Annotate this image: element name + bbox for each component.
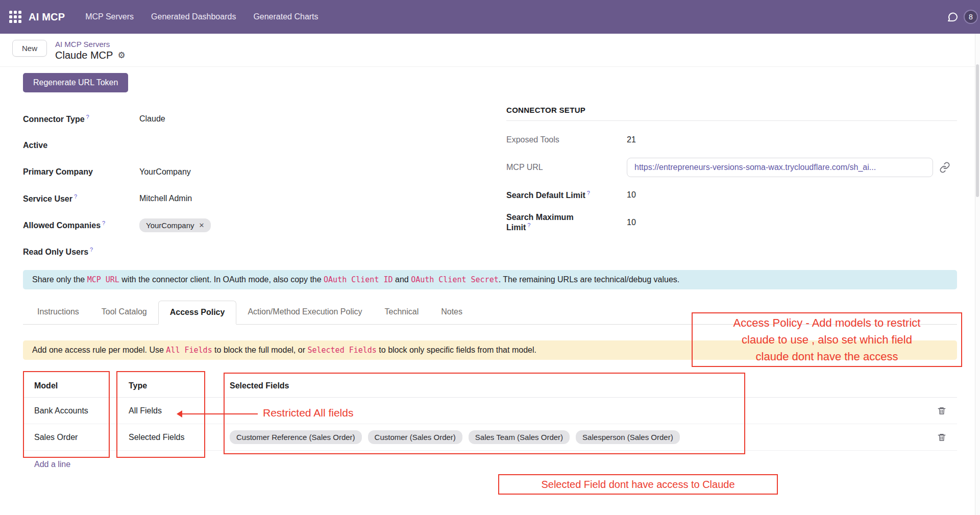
mcp-url-code: MCP URL (87, 275, 119, 284)
search-maximum-limit-label: Search Maximum Limit? (506, 213, 627, 232)
breadcrumb-stack: AI MCP Servers Claude MCP ⚙ (55, 40, 126, 61)
breadcrumb-current: Claude MCP (55, 50, 113, 61)
table-row[interactable]: Bank Accounts All Fields (23, 398, 957, 424)
allowed-company-tag-label: YourCompany (146, 221, 194, 230)
read-only-users-label: Read Only Users? (23, 247, 139, 257)
annotation-restricted-label: Restricted All fields (263, 407, 353, 419)
new-button[interactable]: New (12, 40, 47, 57)
help-icon[interactable]: ? (587, 190, 590, 196)
navbar-right: 8 (946, 10, 971, 24)
search-default-limit-label: Search Default Limit? (506, 190, 627, 200)
primary-company-label: Primary Company (23, 167, 139, 177)
column-header-selected-fields[interactable]: Selected Fields (224, 381, 745, 390)
app-title[interactable]: AI MCP (29, 11, 65, 23)
tab-access-policy[interactable]: Access Policy (158, 301, 237, 325)
top-navbar: AI MCP MCP Servers Generated Dashboards … (0, 0, 980, 34)
allowed-company-tag[interactable]: YourCompany ✕ (139, 218, 211, 232)
selected-fields-code: Selected Fields (307, 346, 376, 355)
active-label: Active (23, 141, 139, 150)
field-connector-type: Connector Type? Claude (23, 106, 506, 132)
field-search-maximum-limit: Search Maximum Limit? 10 (506, 207, 957, 238)
info-alert: Share only the MCP URL with the connecto… (23, 270, 957, 289)
delete-row-button[interactable] (926, 433, 957, 442)
tab-action-method-execution-policy[interactable]: Action/Method Execution Policy (236, 301, 373, 324)
cell-selected-fields[interactable]: Customer Reference (Sales Order) Custome… (224, 430, 745, 444)
cell-type[interactable]: Selected Fields (116, 433, 224, 442)
service-user-value[interactable]: Mitchell Admin (139, 194, 506, 203)
nav-mcp-servers[interactable]: MCP Servers (78, 7, 141, 27)
field-allowed-companies: Allowed Companies? YourCompany ✕ (23, 212, 506, 238)
field-active: Active (23, 132, 506, 159)
connector-setup-title: CONNECTOR SETUP (506, 106, 957, 121)
nav-generated-charts[interactable]: Generated Charts (246, 7, 325, 27)
tab-tool-catalog[interactable]: Tool Catalog (90, 301, 158, 324)
table-row[interactable]: Sales Order Selected Fields Customer Ref… (23, 424, 957, 451)
breadcrumb-parent-link[interactable]: AI MCP Servers (55, 40, 126, 48)
scrollbar-track[interactable] (975, 34, 980, 515)
mcp-url-label: MCP URL (506, 163, 627, 172)
add-a-line-link[interactable]: Add a line (34, 460, 70, 469)
field-mcp-url: MCP URL https://entrepreneurs-versions-s… (506, 152, 957, 183)
messages-icon[interactable] (946, 11, 959, 23)
help-icon[interactable]: ? (86, 114, 89, 120)
help-icon[interactable]: ? (74, 193, 77, 200)
selected-field-tag[interactable]: Customer Reference (Sales Order) (230, 430, 362, 444)
field-primary-company: Primary Company YourCompany (23, 159, 506, 185)
access-rules-table: Model Type Selected Fields Bank Accounts… (23, 374, 957, 451)
connector-setup-section: CONNECTOR SETUP Exposed Tools 21 MCP URL… (506, 106, 957, 265)
page: { "navbar": { "app_title": "AI MCP", "it… (0, 0, 980, 515)
search-default-limit-value[interactable]: 10 (627, 190, 957, 200)
field-read-only-users: Read Only Users? (23, 238, 506, 265)
column-header-model[interactable]: Model (23, 381, 116, 390)
annotation-arrow (182, 413, 258, 414)
scrollbar-thumb[interactable] (976, 64, 979, 197)
help-icon[interactable]: ? (527, 222, 530, 228)
remove-tag-icon[interactable]: ✕ (199, 222, 205, 229)
cell-model[interactable]: Bank Accounts (23, 406, 116, 415)
info-alert-text: Share only the (32, 275, 87, 284)
allowed-companies-label: Allowed Companies? (23, 220, 139, 230)
cell-model[interactable]: Sales Order (23, 433, 116, 442)
record-sheet: Regenerate URL Token Connector Type? Cla… (0, 67, 980, 469)
breadcrumb: New AI MCP Servers Claude MCP ⚙ (0, 34, 980, 67)
delete-row-button[interactable] (926, 406, 957, 415)
connector-type-label: Connector Type? (23, 114, 139, 124)
annotation-selected-field-note: Selected Field dont have access to Claud… (498, 474, 778, 495)
main-menu: MCP Servers Generated Dashboards Generat… (78, 7, 325, 27)
primary-company-value[interactable]: YourCompany (139, 167, 506, 177)
tab-instructions[interactable]: Instructions (26, 301, 90, 324)
help-icon[interactable]: ? (90, 247, 93, 253)
exposed-tools-label: Exposed Tools (506, 135, 627, 144)
all-fields-code: All Fields (166, 346, 212, 355)
warning-alert-text: Add one access rule per model. Use (32, 346, 166, 354)
oauth-client-secret-code: OAuth Client Secret (411, 275, 499, 284)
oauth-client-id-code: OAuth Client ID (324, 275, 393, 284)
form-area: Connector Type? Claude Active Primary Co… (23, 106, 957, 265)
notification-badge[interactable]: 8 (964, 10, 978, 24)
field-search-default-limit: Search Default Limit? 10 (506, 183, 957, 207)
settings-gear-icon[interactable]: ⚙ (117, 50, 125, 61)
help-icon[interactable]: ? (102, 220, 105, 226)
form-left-column: Connector Type? Claude Active Primary Co… (23, 106, 506, 265)
annotation-access-policy-note: Access Policy - Add models to restrict c… (692, 312, 962, 367)
search-maximum-limit-value[interactable]: 10 (627, 218, 957, 227)
field-exposed-tools: Exposed Tools 21 (506, 128, 957, 152)
tab-technical[interactable]: Technical (374, 301, 430, 324)
regenerate-url-token-button[interactable]: Regenerate URL Token (23, 73, 128, 92)
connector-type-value[interactable]: Claude (139, 114, 506, 124)
field-service-user: Service User? Mitchell Admin (23, 185, 506, 212)
exposed-tools-value: 21 (627, 135, 957, 144)
service-user-label: Service User? (23, 193, 139, 204)
selected-field-tag[interactable]: Customer (Sales Order) (368, 430, 462, 444)
table-header-row: Model Type Selected Fields (23, 374, 957, 398)
tab-notes[interactable]: Notes (430, 301, 474, 324)
nav-generated-dashboards[interactable]: Generated Dashboards (144, 7, 243, 27)
mcp-url-value[interactable]: https://entrepreneurs-versions-soma-wax.… (627, 158, 933, 177)
column-header-type[interactable]: Type (116, 381, 224, 390)
copy-link-icon[interactable] (939, 162, 950, 173)
apps-grid-icon[interactable] (9, 11, 21, 23)
selected-field-tag[interactable]: Salesperson (Sales Order) (576, 430, 680, 444)
selected-field-tag[interactable]: Sales Team (Sales Order) (469, 430, 570, 444)
